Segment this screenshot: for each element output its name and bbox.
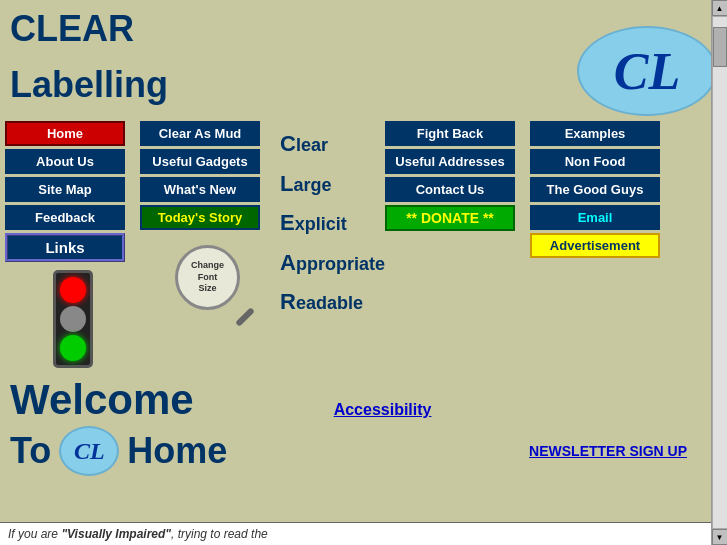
bottom-bar: If you are "Visually Impaired", trying t…	[0, 522, 711, 545]
newsletter-link[interactable]: NEWSLETTER SIGN UP	[519, 438, 697, 464]
fight-back-button[interactable]: Fight Back	[385, 121, 515, 146]
center-nav-col: Fight Back Useful Addresses Contact Us *…	[385, 121, 530, 231]
font-size-text: Change Font Size	[191, 260, 224, 295]
bottom-text: If you are "Visually Impaired", trying t…	[8, 527, 268, 541]
welcome-to-row: To CL Home NEWSLETTER SIGN UP	[0, 424, 727, 478]
font-changer[interactable]: Change Font Size	[140, 245, 275, 310]
useful-gadgets-button[interactable]: Useful Gadgets	[140, 149, 260, 174]
clear-acronym: Clear Large Explicit Appropriate Readabl…	[280, 124, 385, 322]
r-row: Readable	[280, 282, 385, 322]
site-map-button[interactable]: Site Map	[5, 177, 125, 202]
contact-us-button[interactable]: Contact Us	[385, 177, 515, 202]
font-size-circle[interactable]: Change Font Size	[175, 245, 240, 310]
l-row: Large	[280, 164, 385, 204]
home-button[interactable]: Home	[5, 121, 125, 146]
useful-addresses-button[interactable]: Useful Addresses	[385, 149, 515, 174]
whats-new-button[interactable]: What's New	[140, 177, 260, 202]
feedback-button[interactable]: Feedback	[5, 205, 125, 230]
links-button[interactable]: Links	[5, 233, 125, 262]
header: CLEAR Labelling CL	[0, 0, 727, 116]
accessibility-container: Accessibility	[254, 401, 432, 419]
logo-oval: CL	[577, 26, 717, 116]
second-nav-col: Clear As Mud Useful Gadgets What's New T…	[140, 121, 275, 310]
logo-letters: CL	[614, 42, 680, 101]
scrollbar[interactable]: ▲ ▼	[711, 0, 727, 545]
good-guys-button[interactable]: The Good Guys	[530, 177, 660, 202]
welcome-text: Welcome	[10, 376, 194, 424]
to-text: To	[10, 430, 51, 472]
scrollbar-thumb[interactable]	[713, 27, 727, 67]
advertisement-button[interactable]: Advertisement	[530, 233, 660, 258]
home-text: Home	[127, 430, 227, 472]
magnifier-handle	[235, 307, 255, 327]
traffic-light-red	[60, 277, 86, 303]
scrollbar-track[interactable]	[712, 16, 728, 529]
examples-button[interactable]: Examples	[530, 121, 660, 146]
right-nav-col: Examples Non Food The Good Guys Email Ad…	[530, 121, 675, 258]
newsletter-container: NEWSLETTER SIGN UP	[369, 442, 717, 460]
left-nav-col: Home About Us Site Map Feedback Links	[5, 121, 140, 368]
small-logo-oval: CL	[59, 426, 119, 476]
traffic-light-yellow	[60, 306, 86, 332]
logo-area: CL	[577, 13, 717, 116]
about-us-button[interactable]: About Us	[5, 149, 125, 174]
clear-title: CLEAR	[10, 8, 517, 50]
e-row: Explicit	[280, 203, 385, 243]
non-food-button[interactable]: Non Food	[530, 149, 660, 174]
welcome-section: Welcome Accessibility	[0, 368, 727, 424]
small-logo-letters: CL	[74, 438, 105, 465]
labelling-title: Labelling	[10, 64, 517, 106]
traffic-light-green	[60, 335, 86, 361]
c-row: Clear	[280, 124, 385, 164]
scroll-up-btn[interactable]: ▲	[712, 0, 728, 16]
welcome-logo-row: To CL Home	[10, 426, 227, 476]
nav-grid: Home About Us Site Map Feedback Links Cl…	[0, 116, 727, 368]
acronym-col: Clear Large Explicit Appropriate Readabl…	[275, 121, 385, 322]
title-block: CLEAR Labelling	[10, 8, 517, 106]
traffic-light-container	[5, 270, 140, 368]
todays-story-button[interactable]: Today's Story	[140, 205, 260, 230]
clear-as-mud-button[interactable]: Clear As Mud	[140, 121, 260, 146]
email-button[interactable]: Email	[530, 205, 660, 230]
a-row: Appropriate	[280, 243, 385, 283]
traffic-light	[53, 270, 93, 368]
scroll-down-btn[interactable]: ▼	[712, 529, 728, 545]
donate-button[interactable]: ** DONATE **	[385, 205, 515, 231]
bottom-text-content: If you are "Visually Impaired", trying t…	[8, 527, 268, 541]
accessibility-link[interactable]: Accessibility	[334, 401, 432, 418]
